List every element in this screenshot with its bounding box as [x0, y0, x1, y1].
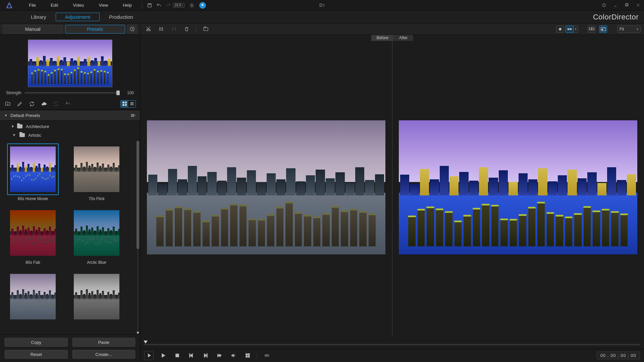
redo-icon[interactable]: [164, 1, 173, 10]
svg-marker-48: [219, 354, 221, 357]
tree-artistic[interactable]: Artistic: [0, 131, 140, 139]
category-menu-icon[interactable]: [130, 114, 136, 117]
fullscreen-preview-icon[interactable]: [599, 25, 607, 33]
settings-icon[interactable]: [187, 1, 197, 10]
svg-rect-46: [207, 354, 207, 357]
svg-rect-54: [264, 354, 269, 357]
fast-forward-icon[interactable]: [215, 351, 224, 360]
minimize-icon[interactable]: [611, 1, 619, 9]
svg-rect-13: [122, 102, 124, 103]
undo-preset-icon[interactable]: [64, 100, 72, 108]
strength-value: 100: [123, 90, 134, 95]
svg-point-55: [265, 355, 266, 356]
grid-icon[interactable]: [243, 351, 252, 360]
preset-preset-6[interactable]: [70, 271, 123, 324]
tab-manual[interactable]: Manual: [3, 25, 63, 34]
paste-button[interactable]: Paste: [72, 338, 136, 347]
compare-single-icon[interactable]: [556, 25, 564, 33]
play-icon[interactable]: [158, 351, 168, 360]
save-icon[interactable]: [145, 1, 154, 10]
preset-view-toggle[interactable]: [120, 100, 136, 108]
svg-rect-30: [204, 27, 208, 31]
help-icon[interactable]: [600, 1, 608, 9]
menu-edit[interactable]: Edit: [43, 0, 65, 10]
cloud-icon[interactable]: [40, 100, 48, 108]
grid-view-icon[interactable]: [121, 101, 128, 107]
menu-view[interactable]: View: [91, 0, 115, 10]
snapshot-icon[interactable]: [201, 25, 210, 33]
timeline[interactable]: [140, 340, 644, 349]
timecode[interactable]: 00 ; 00 ; 00 ; 00: [597, 352, 640, 359]
aspect-ratio-dropdown[interactable]: 16:9: [173, 3, 184, 7]
create-button[interactable]: Create...: [72, 350, 136, 359]
svg-point-33: [568, 28, 569, 30]
folder-icon: [17, 124, 22, 128]
collapse-icon: [12, 133, 16, 137]
history-icon[interactable]: [127, 25, 137, 34]
svg-rect-50: [246, 354, 247, 355]
svg-marker-20: [5, 115, 7, 116]
notification-icon[interactable]: [199, 2, 206, 9]
svg-rect-2: [148, 3, 152, 7]
volume-icon[interactable]: [229, 351, 238, 360]
dual-monitor-icon[interactable]: [588, 25, 596, 33]
zoom-dropdown[interactable]: Fit: [617, 25, 641, 33]
svg-marker-27: [137, 332, 139, 334]
split-icon[interactable]: [169, 25, 178, 33]
category-default-presets[interactable]: Default Presets: [0, 110, 140, 121]
preset-label: Arctic Blue: [87, 260, 106, 265]
svg-marker-47: [217, 354, 219, 357]
tree-architecture[interactable]: Architecture: [0, 122, 140, 131]
svg-rect-15: [122, 104, 124, 106]
undo-icon[interactable]: [154, 1, 164, 10]
workspace-adjustment[interactable]: Adjustment: [56, 13, 100, 21]
maximize-icon[interactable]: [623, 1, 631, 9]
compare-dropdown[interactable]: ▾: [574, 25, 578, 33]
next-frame-icon[interactable]: [201, 351, 210, 360]
cut-icon[interactable]: [144, 25, 153, 33]
tree-label: Artistic: [28, 133, 41, 138]
preset-70s-flick[interactable]: 70s Flick: [70, 143, 123, 201]
workspace-production[interactable]: Production: [100, 13, 143, 21]
trim-icon[interactable]: [156, 25, 166, 33]
import-preset-icon[interactable]: [4, 100, 11, 108]
workspace-library[interactable]: Library: [21, 13, 56, 21]
preset-arctic-blue[interactable]: Arctic Blue: [70, 207, 123, 265]
play-range-icon[interactable]: [144, 351, 154, 360]
stop-icon[interactable]: [172, 351, 182, 360]
svg-rect-14: [125, 102, 126, 103]
svg-rect-53: [248, 356, 250, 357]
reset-button[interactable]: Reset: [5, 350, 68, 359]
prev-frame-icon[interactable]: [186, 351, 196, 360]
menu-file[interactable]: File: [21, 0, 43, 10]
svg-point-39: [602, 29, 603, 30]
preset-60s-home-movie[interactable]: 60s Home Movie: [6, 143, 60, 201]
transport-separator: [257, 352, 257, 359]
menu-video[interactable]: Video: [65, 0, 91, 10]
after-pane: [392, 35, 644, 340]
copy-button[interactable]: Copy: [5, 338, 68, 347]
vr-icon[interactable]: [262, 351, 271, 360]
svg-rect-36: [589, 28, 591, 30]
playhead[interactable]: [144, 341, 148, 344]
app-brand-text: ColorDirector: [593, 11, 639, 23]
refresh-icon[interactable]: [52, 100, 60, 108]
preset-scrollbar[interactable]: [137, 141, 139, 334]
preset-80s-fab[interactable]: 80s Fab: [6, 207, 60, 265]
sync-icon[interactable]: [28, 100, 36, 108]
compare-divider[interactable]: [392, 38, 392, 337]
category-title: Default Presets: [10, 113, 127, 118]
tab-presets[interactable]: Presets: [65, 25, 125, 34]
list-view-icon[interactable]: [128, 101, 136, 107]
strength-slider[interactable]: [24, 90, 120, 95]
delete-icon[interactable]: [182, 25, 191, 33]
svg-rect-3: [149, 3, 150, 4]
menu-help[interactable]: Help: [115, 0, 139, 10]
edit-preset-icon[interactable]: [16, 100, 23, 108]
svg-marker-24: [135, 115, 136, 116]
svg-rect-42: [175, 354, 178, 357]
preset-preset-5[interactable]: [6, 271, 60, 324]
preset-label: 70s Flick: [89, 196, 104, 201]
compare-split-icon[interactable]: [566, 25, 574, 33]
close-icon[interactable]: [634, 1, 642, 9]
